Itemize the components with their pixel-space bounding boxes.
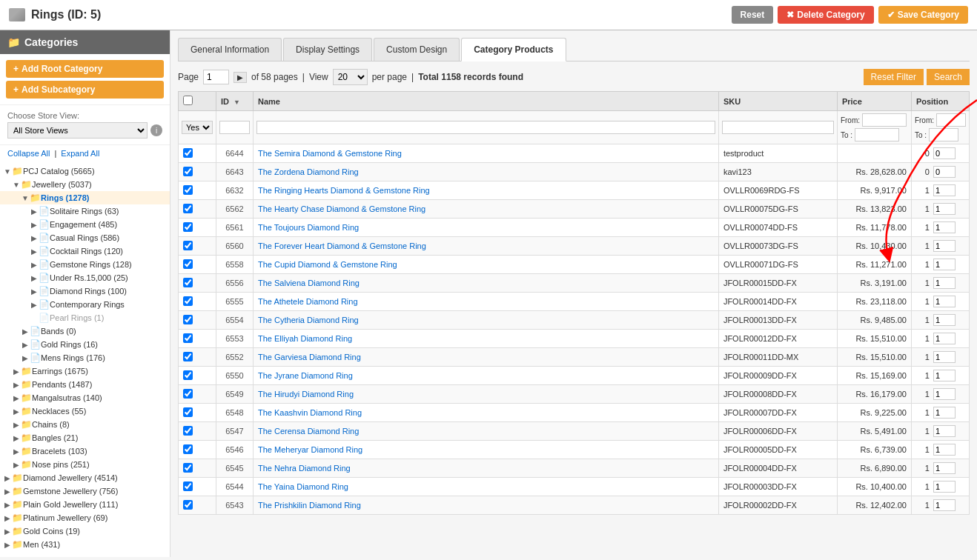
tree-item-pearl[interactable]: 📄 Pearl Rings (1) [0, 311, 170, 324]
row-checkbox[interactable] [183, 333, 193, 343]
row-position-input[interactable] [933, 296, 956, 307]
row-name-link[interactable]: The Nehra Diamond Ring [258, 464, 351, 473]
next-page-icon[interactable]: ▶ [234, 72, 247, 83]
store-view-select[interactable]: All Store Views [7, 122, 148, 139]
tree-toggle-necklaces[interactable]: ▶ [12, 407, 21, 416]
row-position-input[interactable] [933, 147, 956, 159]
price-to-input[interactable] [855, 128, 899, 141]
row-checkbox[interactable] [183, 444, 193, 454]
tree-item-engagement[interactable]: ▶ 📄 Engagement (485) [0, 218, 170, 231]
tree-item-rings[interactable]: ▼ 📁 Rings (1278) [0, 191, 170, 204]
tree-toggle-pcj[interactable]: ▼ [3, 167, 12, 176]
row-name-link[interactable]: The Yaina Diamond Ring [258, 482, 348, 491]
row-checkbox[interactable] [183, 481, 193, 491]
tree-item-cocktail[interactable]: ▶ 📄 Cocktail Rings (120) [0, 244, 170, 258]
row-name-link[interactable]: The Garviesa Diamond Ring [258, 353, 361, 361]
tree-toggle-bands[interactable]: ▶ [21, 327, 30, 336]
row-checkbox[interactable] [183, 222, 193, 232]
row-position-input[interactable] [933, 425, 956, 437]
tree-toggle-goldcoins[interactable]: ▶ [3, 527, 12, 536]
tree-item-bangles[interactable]: ▶ 📁 Bangles (21) [0, 431, 170, 444]
tree-toggle-nosepins[interactable]: ▶ [12, 460, 21, 469]
row-position-input[interactable] [933, 184, 956, 196]
row-checkbox[interactable] [183, 148, 193, 158]
row-checkbox[interactable] [183, 259, 193, 269]
tab-custom[interactable]: Custom Design [374, 38, 460, 61]
expand-all-link[interactable]: Expand All [61, 149, 99, 158]
tree-item-earrings[interactable]: ▶ 📁 Earrings (1675) [0, 364, 170, 378]
row-checkbox[interactable] [183, 352, 193, 361]
tree-toggle-platinum[interactable]: ▶ [3, 513, 12, 522]
row-position-input[interactable] [933, 240, 956, 252]
row-position-input[interactable] [933, 333, 956, 344]
tree-item-plaingold[interactable]: ▶ 📁 Plain Gold Jewellery (111) [0, 498, 170, 511]
tab-products[interactable]: Category Products [461, 38, 566, 61]
tree-toggle-gemstone[interactable]: ▶ [30, 260, 39, 269]
tree-item-gemstonejewel[interactable]: ▶ 📁 Gemstone Jewellery (756) [0, 484, 170, 498]
row-checkbox[interactable] [183, 407, 193, 417]
tree-item-mensrings[interactable]: ▶ 📄 Mens Rings (176) [0, 351, 170, 364]
tree-toggle-contemporary[interactable]: ▶ [30, 300, 39, 309]
tree-item-mangalsutras[interactable]: ▶ 📁 Mangalsutras (140) [0, 391, 170, 404]
reset-filter-button[interactable]: Reset Filter [864, 69, 924, 85]
tab-general[interactable]: General Information [178, 38, 282, 61]
tree-item-bands[interactable]: ▶ 📄 Bands (0) [0, 324, 170, 338]
row-name-link[interactable]: The Hearty Chase Diamond & Gemstone Ring [258, 204, 425, 213]
tree-toggle-jewellery[interactable]: ▼ [12, 180, 21, 189]
tree-toggle-gemstonejewel[interactable]: ▶ [3, 487, 12, 496]
tree-item-solitaire[interactable]: ▶ 📄 Solitaire Rings (63) [0, 204, 170, 218]
row-checkbox[interactable] [183, 185, 193, 195]
row-name-link[interactable]: The Hirudyi Diamond Ring [258, 390, 354, 399]
row-name-link[interactable]: The Jyrane Diamond Ring [258, 371, 353, 380]
th-id[interactable]: ID ▼ [216, 92, 254, 111]
row-position-input[interactable] [933, 259, 956, 270]
row-checkbox[interactable] [183, 204, 193, 213]
tree-toggle-pendants[interactable]: ▶ [12, 380, 21, 389]
add-root-category-button[interactable]: + Add Root Category [6, 60, 164, 78]
row-name-link[interactable]: The Ringing Hearts Diamond & Gemstone Ri… [258, 186, 430, 195]
row-name-link[interactable]: The Toujours Diamond Ring [258, 223, 359, 232]
row-name-link[interactable]: The Kaashvin Diamond Ring [258, 408, 362, 417]
tree-toggle-under15k[interactable]: ▶ [30, 273, 39, 282]
tree-item-contemporary[interactable]: ▶ 📄 Contemporary Rings [0, 298, 170, 311]
search-button[interactable]: Search [927, 69, 970, 85]
save-category-button[interactable]: ✔ Save Category [878, 6, 968, 24]
tree-toggle-cocktail[interactable]: ▶ [30, 247, 39, 256]
row-name-link[interactable]: The Zordena Diamond Ring [258, 167, 359, 176]
row-checkbox[interactable] [183, 241, 193, 250]
pos-from-input[interactable] [936, 113, 966, 127]
tree-item-gemstone[interactable]: ▶ 📄 Gemstone Rings (128) [0, 258, 170, 271]
row-name-link[interactable]: The Semira Diamond & Gemstone Ring [258, 149, 402, 158]
row-checkbox[interactable] [183, 370, 193, 380]
collapse-all-link[interactable]: Collapse All [7, 149, 50, 158]
tree-toggle-diamondjewel[interactable]: ▶ [3, 473, 12, 482]
tree-toggle-solitaire[interactable]: ▶ [30, 207, 39, 216]
row-name-link[interactable]: The Athetele Diamond Ring [258, 297, 358, 306]
tree-toggle-engagement[interactable]: ▶ [30, 220, 39, 229]
tree-item-diamond[interactable]: ▶ 📄 Diamond Rings (100) [0, 284, 170, 298]
tree-toggle-bangles[interactable]: ▶ [12, 433, 21, 442]
select-all-checkbox[interactable] [183, 96, 193, 105]
row-position-input[interactable] [933, 203, 956, 215]
tree-toggle-pearl[interactable] [30, 313, 39, 322]
row-checkbox[interactable] [183, 315, 193, 324]
tree-toggle-mensrings[interactable]: ▶ [21, 353, 30, 362]
tree-item-necklaces[interactable]: ▶ 📁 Necklaces (55) [0, 404, 170, 418]
row-position-input[interactable] [933, 351, 956, 363]
tree-toggle-plaingold[interactable]: ▶ [3, 500, 12, 509]
tree-item-nosepins[interactable]: ▶ 📁 Nose pins (251) [0, 458, 170, 471]
tree-toggle-casual[interactable]: ▶ [30, 233, 39, 242]
row-position-input[interactable] [933, 407, 956, 419]
tree-toggle-chains[interactable]: ▶ [12, 420, 21, 429]
tree-item-pcj[interactable]: ▼ 📁 PCJ Catalog (5665) [0, 164, 170, 178]
row-name-link[interactable]: The Salviena Diamond Ring [258, 279, 360, 287]
row-name-link[interactable]: The Prishkilin Diamond Ring [258, 501, 361, 510]
row-position-input[interactable] [933, 388, 956, 400]
row-checkbox[interactable] [183, 389, 193, 399]
row-position-input[interactable] [933, 221, 956, 233]
filter-sku-input[interactable] [722, 121, 834, 134]
tree-item-casual[interactable]: ▶ 📄 Casual Rings (586) [0, 231, 170, 244]
tree-toggle-men[interactable]: ▶ [3, 540, 12, 549]
tree-toggle-goldrings[interactable]: ▶ [21, 340, 30, 349]
tree-item-men[interactable]: ▶ 📁 Men (431) [0, 538, 170, 551]
